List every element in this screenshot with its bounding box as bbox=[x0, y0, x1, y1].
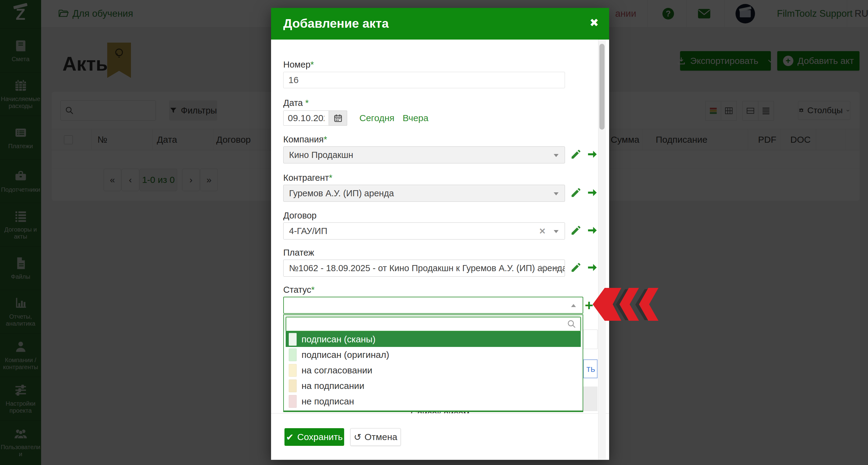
edit-pencil-icon[interactable] bbox=[570, 187, 582, 198]
go-to-arrow-icon[interactable] bbox=[587, 187, 598, 198]
counterparty-select[interactable]: Гуремов А.У. (ИП) аренда bbox=[283, 185, 565, 202]
date-yesterday-link[interactable]: Вчера bbox=[403, 113, 429, 123]
date-today-link[interactable]: Сегодня bbox=[360, 113, 394, 123]
required-asterisk: * bbox=[329, 173, 332, 182]
app-screen: Z Смета Начисляемые расходы Платежи Подо… bbox=[0, 0, 868, 465]
company-field-label: Компания* bbox=[283, 134, 327, 144]
edit-pencil-icon[interactable] bbox=[570, 225, 582, 236]
caret-down-icon bbox=[554, 230, 559, 233]
contract-field-label: Договор bbox=[283, 210, 317, 221]
status-color-swatch bbox=[289, 364, 297, 377]
modal-scrollbar[interactable] bbox=[598, 39, 606, 460]
payment-actions bbox=[570, 262, 598, 273]
edit-pencil-icon[interactable] bbox=[570, 148, 582, 160]
status-field-label: Статус* bbox=[283, 285, 315, 295]
company-select[interactable]: Кино Продакшн bbox=[283, 146, 565, 163]
status-color-swatch bbox=[289, 348, 297, 361]
edit-pencil-icon[interactable] bbox=[570, 262, 582, 273]
add-status-button[interactable]: + bbox=[585, 298, 593, 313]
modal-footer: ✔ Сохранить ↺ Отмена bbox=[271, 413, 609, 460]
status-color-swatch bbox=[289, 333, 297, 346]
calendar-button[interactable] bbox=[329, 110, 347, 126]
payment-field-label: Платеж bbox=[283, 248, 314, 258]
date-field-label: Дата * bbox=[283, 98, 309, 108]
calendar-icon bbox=[334, 113, 343, 123]
go-to-arrow-icon[interactable] bbox=[587, 262, 598, 273]
counterparty-field-label: Контрагент* bbox=[283, 173, 332, 183]
status-option[interactable]: не подписан bbox=[286, 394, 581, 409]
add-act-modal: Добавление акта ✖ Номер* Дата * Сегодня … bbox=[271, 8, 609, 460]
status-option[interactable]: на согласовании bbox=[286, 362, 581, 378]
status-color-swatch bbox=[289, 395, 297, 408]
caret-up-icon bbox=[571, 304, 576, 307]
go-to-arrow-icon[interactable] bbox=[587, 225, 598, 236]
status-option[interactable]: на подписании bbox=[286, 378, 581, 394]
company-actions bbox=[570, 148, 598, 160]
caret-down-icon bbox=[554, 192, 559, 195]
clear-icon[interactable]: ✕ bbox=[539, 264, 546, 273]
contract-select[interactable]: 4-ГАУ/ИП ✕ bbox=[283, 223, 565, 239]
status-search-input[interactable] bbox=[286, 319, 567, 329]
check-icon: ✔ bbox=[286, 432, 293, 442]
status-select[interactable] bbox=[283, 297, 583, 314]
undo-icon: ↺ bbox=[354, 432, 362, 442]
search-icon bbox=[567, 319, 577, 329]
close-icon[interactable]: ✖ bbox=[590, 16, 599, 29]
caret-down-icon bbox=[554, 267, 559, 270]
covered-dropzone-fragment bbox=[583, 387, 597, 411]
caret-down-icon bbox=[554, 154, 559, 157]
contract-actions bbox=[570, 225, 598, 236]
required-asterisk: * bbox=[324, 134, 327, 144]
number-input[interactable] bbox=[283, 72, 565, 88]
clear-icon[interactable]: ✕ bbox=[539, 226, 546, 236]
status-dropdown: подписан (сканы) подписан (оригинал) на … bbox=[283, 314, 583, 412]
number-field-label: Номер* bbox=[283, 60, 314, 70]
status-option[interactable]: подписан (сканы) bbox=[286, 331, 581, 347]
status-option[interactable]: подписан (оригинал) bbox=[286, 347, 581, 362]
covered-field-fragment bbox=[583, 330, 597, 349]
go-to-arrow-icon[interactable] bbox=[587, 148, 598, 160]
status-search-box[interactable] bbox=[286, 317, 581, 331]
required-asterisk: * bbox=[310, 60, 314, 69]
save-button[interactable]: ✔ Сохранить bbox=[284, 428, 344, 446]
modal-title: Добавление акта bbox=[283, 16, 389, 31]
payment-select[interactable]: №1062 - 18.09.2025 - от Кино Продакшн к … bbox=[283, 260, 565, 277]
status-color-swatch bbox=[289, 379, 297, 392]
cancel-button[interactable]: ↺ Отмена bbox=[350, 428, 401, 446]
required-asterisk: * bbox=[305, 98, 309, 108]
counterparty-actions bbox=[570, 187, 598, 198]
modal-header: Добавление акта ✖ bbox=[271, 8, 609, 39]
scrollbar-thumb[interactable] bbox=[599, 44, 604, 130]
required-asterisk: * bbox=[311, 285, 315, 295]
date-input[interactable] bbox=[283, 110, 329, 126]
upload-button-fragment[interactable]: ть bbox=[583, 359, 597, 378]
